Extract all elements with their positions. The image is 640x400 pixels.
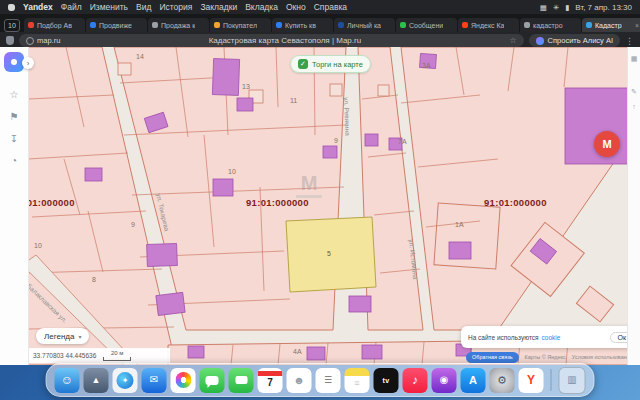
dock: ☺ ▲ ✦ ✉ 7 ☻ ☰ ≡ tv ♪ ◉ A ⚙ Y ▥	[46, 363, 595, 397]
cursor-coordinates: 33.770803 44.445636	[33, 352, 96, 359]
cookie-notice: На сайте используются cookie Ок	[461, 326, 628, 348]
quarter-label: 91:01:000000	[246, 198, 309, 208]
menu-window[interactable]: Окно	[286, 2, 306, 12]
attribution-row: Обратная связь Карты © Яндекс Условия ис…	[466, 351, 626, 363]
chevron-down-icon: ▾	[78, 333, 81, 340]
parcel-label: 1А	[455, 221, 464, 228]
photos-flower-icon	[175, 372, 191, 388]
history-clock-icon[interactable]: ◔	[11, 156, 17, 166]
tab-counter[interactable]: 10	[4, 19, 20, 32]
dock-launchpad[interactable]: ▲	[84, 368, 109, 393]
share-icon[interactable]: ↑	[632, 103, 636, 110]
dock-tv[interactable]: tv	[374, 368, 399, 393]
dock-trash[interactable]: ▥	[559, 367, 586, 394]
menu-view[interactable]: Вид	[136, 2, 151, 12]
tab-7[interactable]: Сообщени	[396, 18, 457, 32]
dock-mail[interactable]: ✉	[142, 368, 167, 393]
dock-music[interactable]: ♪	[403, 368, 428, 393]
dock-contacts[interactable]: ☻	[287, 368, 312, 393]
alice-icon[interactable]	[4, 52, 24, 72]
map-brand-marker[interactable]: М	[594, 131, 620, 157]
dock-facetime[interactable]	[229, 368, 254, 393]
torgi-na-karte-button[interactable]: ✓ Торги на карте	[290, 55, 371, 73]
sidebar-expand-chevron-icon[interactable]: ›	[22, 57, 34, 69]
tab-favicon	[214, 22, 220, 28]
parcel-label: 13	[242, 83, 250, 90]
tab-favicon	[28, 22, 34, 28]
tab-favicon	[338, 22, 344, 28]
alice-ai-icon	[536, 37, 544, 45]
pencil-icon[interactable]: ✎	[631, 88, 637, 95]
protect-shield-icon[interactable]	[6, 36, 14, 45]
dock-messages[interactable]	[200, 368, 225, 393]
cookie-ok-button[interactable]: Ок	[610, 332, 628, 343]
menu-help[interactable]: Справка	[314, 2, 347, 12]
favorites-star-icon[interactable]: ☆	[10, 90, 19, 100]
downloads-icon[interactable]: ↧	[10, 134, 18, 144]
tab-6[interactable]: Личный ка	[334, 18, 395, 32]
cookie-link[interactable]: cookie	[542, 334, 561, 341]
page-title: Кадастровая карта Севастополя | Map.ru	[209, 36, 361, 45]
site-url: map.ru	[37, 36, 60, 45]
menu-tab[interactable]: Вкладка	[245, 2, 278, 12]
tab-8[interactable]: Яндекс Ка	[458, 18, 519, 32]
tab-3[interactable]: Продажа к	[148, 18, 209, 32]
browser-window: 10 Подбор Ав Продвиже Продажа к Покупате…	[0, 14, 640, 365]
tab-favicon	[462, 22, 468, 28]
feedback-button[interactable]: Обратная связь	[466, 352, 519, 363]
keyboard-icon[interactable]: ▦	[540, 3, 547, 12]
menu-edit[interactable]: Изменить	[90, 2, 128, 12]
menu-bookmarks[interactable]: Закладки	[200, 2, 237, 12]
tab-10-active[interactable]: Кадастр×	[582, 18, 640, 32]
tab-close-icon[interactable]: ×	[635, 22, 639, 29]
chat-bubble-icon	[206, 376, 219, 385]
dock-finder[interactable]: ☺	[55, 368, 80, 393]
battery-icon[interactable]: ▮	[565, 3, 569, 12]
map-watermark: М	[296, 173, 322, 198]
menu-file[interactable]: Файл	[61, 2, 82, 12]
street-label: ул. Ревякина	[343, 97, 351, 136]
parcel-label: 8	[92, 276, 96, 283]
menu-history[interactable]: История	[159, 2, 192, 12]
selected-parcel[interactable]	[286, 217, 376, 292]
app-menu-name[interactable]: Yandex	[23, 2, 53, 12]
tab-4[interactable]: Покупател	[210, 18, 271, 32]
dock-calendar[interactable]: 7	[258, 368, 283, 393]
parcel-label: 7А	[398, 138, 407, 145]
parcel-label: 3А	[422, 62, 431, 69]
map-scale: 20 м	[103, 350, 131, 361]
dock-notes[interactable]: ≡	[345, 368, 370, 393]
apple-menu-icon[interactable]	[8, 4, 15, 11]
menubar-clock[interactable]: Вт, 7 апр. 13:30	[575, 3, 632, 12]
site-globe-icon	[26, 37, 34, 45]
wifi-icon[interactable]: ✳	[553, 3, 559, 12]
tab-2[interactable]: Продвиже	[86, 18, 147, 32]
dock-reminders[interactable]: ☰	[316, 368, 341, 393]
bookmark-star-icon[interactable]: ☆	[509, 36, 516, 45]
browser-menu-icon[interactable]: ⋮	[625, 36, 634, 46]
collections-flag-icon[interactable]: ⚑	[10, 112, 19, 122]
dock-photos[interactable]	[171, 368, 196, 393]
selected-parcel-label: 5	[327, 250, 331, 257]
address-input[interactable]: map.ru Кадастровая карта Севастополя | M…	[19, 34, 524, 47]
legend-button[interactable]: Легенда ▾	[36, 328, 89, 344]
tab-5[interactable]: Купить кв	[272, 18, 333, 32]
browser-left-sidebar: ☆ ⚑ ↧ ◔	[0, 47, 29, 365]
ask-alice-button[interactable]: Спросить Алису AI	[529, 34, 620, 47]
dock-app-store[interactable]: A	[461, 368, 486, 393]
terms-link[interactable]: Условия использования	[572, 354, 628, 360]
tab-1[interactable]: Подбор Ав	[24, 18, 85, 32]
tab-favicon	[90, 22, 96, 28]
quarter-label: 91:01:000000	[28, 198, 75, 208]
dock-settings[interactable]: ⚙	[490, 368, 515, 393]
parcel-label: 9	[131, 221, 135, 228]
dock-yandex-browser[interactable]: Y	[519, 368, 544, 393]
dock-podcasts[interactable]: ◉	[432, 368, 457, 393]
dock-safari[interactable]: ✦	[113, 368, 138, 393]
tab-9[interactable]: кадастро	[520, 18, 581, 32]
map-attribution: Карты © Яндекс	[525, 354, 566, 360]
grid-icon[interactable]: ▦	[631, 55, 638, 62]
browser-right-sidebar: ▦ ✎ ↑	[627, 47, 640, 365]
cadastral-map[interactable]: 91:01:000000 91:01:000000 91:01:000000 1…	[28, 47, 628, 365]
parcel-label: 14	[136, 53, 144, 60]
